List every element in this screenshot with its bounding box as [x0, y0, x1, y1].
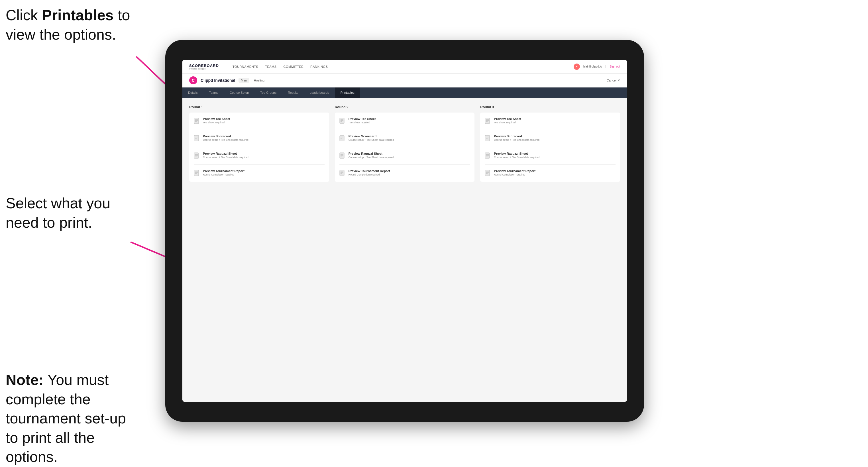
- logo-subtitle: Powered by clippd: [189, 68, 219, 70]
- main-content: Round 1: [182, 98, 627, 402]
- round-3-report-name: Preview Tournament Report: [494, 169, 535, 173]
- svg-rect-40: [485, 135, 490, 141]
- round-2-tee-sheet-req: Tee Sheet required: [348, 121, 376, 124]
- round-1-raguzzi-req: Course setup + Tee Sheet data required: [203, 156, 248, 159]
- round-2-report-name: Preview Tournament Report: [348, 169, 390, 173]
- round-3-tee-sheet-req: Tee Sheet required: [494, 121, 521, 124]
- round-2-report-req: Round Completion required: [348, 173, 390, 176]
- round-3-raguzzi[interactable]: Preview Raguzzi Sheet Course setup + Tee…: [485, 152, 616, 160]
- document-icon: [339, 135, 346, 143]
- round-2-title: Round 2: [335, 105, 475, 109]
- round-2-section: Round 2 Preview Tee Sheet Tee Sheet requ…: [335, 105, 475, 182]
- tab-course-setup[interactable]: Course Setup: [224, 88, 254, 98]
- svg-rect-4: [194, 118, 198, 124]
- tab-leaderboards[interactable]: Leaderboards: [304, 88, 335, 98]
- round-2-card: Preview Tee Sheet Tee Sheet required Pre…: [335, 113, 475, 182]
- round-1-card: Preview Tee Sheet Tee Sheet required: [189, 113, 329, 182]
- round-2-tee-sheet-name: Preview Tee Sheet: [348, 117, 376, 121]
- round-1-scorecard[interactable]: Preview Scorecard Course setup + Tee She…: [194, 134, 324, 143]
- sign-out-separator: |: [606, 65, 607, 68]
- round-1-section: Round 1: [189, 105, 329, 182]
- round-3-tee-sheet[interactable]: Preview Tee Sheet Tee Sheet required: [485, 117, 616, 125]
- divider: [339, 164, 470, 165]
- round-2-raguzzi-name: Preview Raguzzi Sheet: [348, 152, 394, 155]
- svg-rect-12: [194, 153, 198, 158]
- round-3-scorecard[interactable]: Preview Scorecard Course setup + Tee She…: [485, 134, 616, 143]
- round-2-raguzzi-req: Course setup + Tee Sheet data required: [348, 156, 394, 159]
- tab-results[interactable]: Results: [282, 88, 304, 98]
- round-1-scorecard-req: Course setup + Tee Sheet data required: [203, 138, 248, 141]
- cancel-label: Cancel: [607, 79, 616, 82]
- document-icon: [194, 152, 200, 160]
- sub-navigation: Details Teams Course Setup Tee Groups Re…: [182, 88, 627, 98]
- cancel-button[interactable]: Cancel ✕: [607, 79, 620, 82]
- annotation-top: Click Printables to view the options.: [6, 6, 137, 44]
- round-3-card: Preview Tee Sheet Tee Sheet required Pre…: [480, 113, 620, 182]
- round-2-raguzzi[interactable]: Preview Raguzzi Sheet Course setup + Tee…: [339, 152, 470, 160]
- tab-details[interactable]: Details: [182, 88, 204, 98]
- document-icon: [194, 135, 200, 143]
- svg-rect-36: [485, 118, 490, 124]
- round-2-scorecard[interactable]: Preview Scorecard Course setup + Tee She…: [339, 134, 470, 143]
- round-3-raguzzi-name: Preview Raguzzi Sheet: [494, 152, 539, 155]
- svg-rect-20: [340, 118, 344, 124]
- nav-rankings[interactable]: RANKINGS: [310, 65, 328, 68]
- round-1-report-name: Preview Tournament Report: [203, 169, 245, 173]
- round-1-tee-sheet[interactable]: Preview Tee Sheet Tee Sheet required: [194, 117, 324, 125]
- document-icon: [339, 118, 346, 125]
- divider: [194, 164, 324, 165]
- rounds-grid: Round 1: [189, 105, 620, 182]
- tablet-screen: SCOREBOARD Powered by clippd TOURNAMENTS…: [182, 60, 627, 402]
- hosting-tag: Hosting: [254, 79, 265, 82]
- round-2-scorecard-req: Course setup + Tee Sheet data required: [348, 138, 394, 141]
- sign-out-link[interactable]: Sign out: [610, 65, 620, 68]
- round-1-tournament-report[interactable]: Preview Tournament Report Round Completi…: [194, 169, 324, 177]
- round-1-raguzzi-info: Preview Raguzzi Sheet Course setup + Tee…: [203, 152, 248, 159]
- nav-committee[interactable]: COMMITTEE: [283, 65, 304, 68]
- round-3-scorecard-name: Preview Scorecard: [494, 134, 539, 138]
- nav-tournaments[interactable]: TOURNAMENTS: [232, 65, 258, 68]
- divider: [339, 147, 470, 147]
- top-navigation: SCOREBOARD Powered by clippd TOURNAMENTS…: [182, 60, 627, 73]
- document-icon: [485, 170, 491, 177]
- divider: [485, 130, 616, 130]
- round-2-tournament-report[interactable]: Preview Tournament Report Round Completi…: [339, 169, 470, 177]
- document-icon: [194, 170, 200, 177]
- round-1-scorecard-name: Preview Scorecard: [203, 134, 248, 138]
- round-3-raguzzi-req: Course setup + Tee Sheet data required: [494, 156, 539, 159]
- svg-rect-24: [340, 135, 344, 141]
- top-nav-links: TOURNAMENTS TEAMS COMMITTEE RANKINGS: [232, 65, 328, 68]
- round-3-title: Round 3: [480, 105, 620, 109]
- svg-rect-28: [340, 153, 344, 158]
- round-2-tee-sheet[interactable]: Preview Tee Sheet Tee Sheet required: [339, 117, 470, 125]
- round-2-scorecard-name: Preview Scorecard: [348, 134, 394, 138]
- tournament-name: Clippd Invitational: [200, 78, 235, 83]
- annotation-bold: Printables: [42, 7, 114, 23]
- document-icon: [485, 135, 491, 143]
- tab-printables[interactable]: Printables: [335, 88, 360, 98]
- round-1-raguzzi[interactable]: Preview Raguzzi Sheet Course setup + Tee…: [194, 152, 324, 160]
- svg-rect-44: [485, 153, 490, 158]
- annotation-note-bold: Note:: [6, 372, 43, 388]
- round-3-tournament-report[interactable]: Preview Tournament Report Round Completi…: [485, 169, 616, 177]
- svg-rect-16: [194, 170, 198, 176]
- round-1-tee-sheet-name: Preview Tee Sheet: [203, 117, 230, 121]
- tab-teams[interactable]: Teams: [204, 88, 224, 98]
- document-icon: [339, 170, 346, 177]
- round-1-report-info: Preview Tournament Report Round Completi…: [203, 169, 245, 176]
- logo-area: SCOREBOARD Powered by clippd: [189, 64, 219, 70]
- logo-title: SCOREBOARD: [189, 64, 219, 68]
- divider: [194, 130, 324, 130]
- tournament-tag: Men: [239, 78, 249, 83]
- tab-tee-groups[interactable]: Tee Groups: [254, 88, 282, 98]
- nav-teams[interactable]: TEAMS: [265, 65, 276, 68]
- round-1-scorecard-info: Preview Scorecard Course setup + Tee She…: [203, 134, 248, 141]
- tablet-device: SCOREBOARD Powered by clippd TOURNAMENTS…: [165, 40, 644, 422]
- svg-rect-48: [485, 170, 490, 176]
- round-3-section: Round 3 Preview Tee Sheet Tee Sheet requ…: [480, 105, 620, 182]
- svg-rect-8: [194, 135, 198, 141]
- cancel-x-icon: ✕: [618, 79, 620, 82]
- round-1-title: Round 1: [189, 105, 329, 109]
- round-1-tee-sheet-req: Tee Sheet required: [203, 121, 230, 124]
- round-3-report-req: Round Completion required: [494, 173, 535, 176]
